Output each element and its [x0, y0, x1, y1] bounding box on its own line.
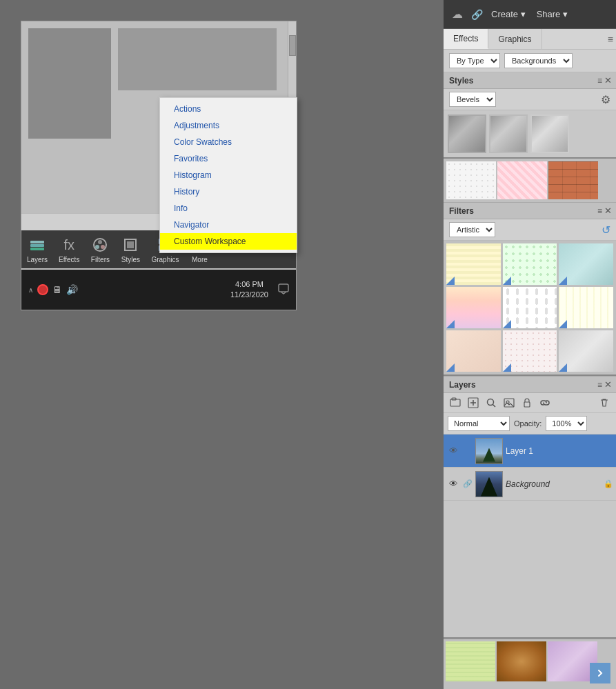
tray-expand-icon[interactable]: ∧ [28, 286, 33, 294]
styles-thumbnails [444, 110, 616, 157]
tray-speaker-icon[interactable]: 🔊 [66, 284, 78, 295]
bg-thumb-3[interactable] [548, 161, 598, 199]
effects-toolbar-btn[interactable]: fx Effects [59, 235, 79, 263]
tray-record-icon [37, 284, 48, 295]
filter-thumb-3[interactable] [559, 243, 613, 285]
layer1-thumbnail [475, 438, 503, 464]
svg-rect-13 [279, 284, 288, 292]
menu-item-favorites[interactable]: Favorites [160, 150, 297, 167]
styles-select[interactable]: Bevels [449, 92, 496, 107]
layers-toolbar-btn[interactable]: Layers [27, 235, 48, 263]
artistic-select[interactable]: Artistic [449, 222, 495, 237]
layers-icon [28, 235, 47, 254]
corner-mark-5 [503, 320, 511, 328]
bottom-thumb-2[interactable] [497, 641, 546, 681]
bottom-thumb-1[interactable] [446, 641, 495, 681]
style-thumb-3[interactable] [530, 114, 569, 153]
layers-search-btn[interactable] [484, 395, 499, 410]
scrollbar-thumb[interactable] [289, 35, 296, 56]
filter-thumb-7[interactable] [446, 330, 501, 372]
filter-thumb-8[interactable] [503, 330, 557, 372]
styles-menu-button[interactable]: ≡ [597, 76, 602, 86]
tab-graphics[interactable]: Graphics [488, 29, 542, 49]
layers-section: Layers ≡ ✕ [444, 377, 616, 639]
filters-icon [90, 235, 110, 254]
layers-link-btn[interactable] [537, 395, 553, 410]
filter-thumb-6[interactable] [559, 287, 613, 328]
layer-bg-name: Background [506, 479, 601, 489]
menu-item-history[interactable]: History [160, 183, 297, 200]
filter-thumb-5[interactable] [503, 287, 557, 328]
menu-item-adjustments[interactable]: Adjustments [160, 117, 297, 134]
layers-close-button[interactable]: ✕ [604, 380, 612, 389]
layers-trash-btn[interactable] [597, 395, 612, 410]
tray-monitor-icon[interactable]: 🖥 [52, 284, 62, 295]
link-icon[interactable]: 🔗 [471, 9, 483, 20]
layers-create-group-btn[interactable] [448, 395, 463, 410]
svg-point-4 [98, 240, 102, 244]
right-header: ☁ 🔗 Create ▾ Share ▾ [444, 0, 616, 29]
layer-bg-visibility-icon[interactable]: 👁 [446, 477, 460, 491]
layers-menu-button[interactable]: ≡ [597, 380, 602, 390]
layers-title: Layers [449, 380, 476, 390]
styles-gear-icon[interactable]: ⚙ [601, 93, 610, 106]
create-button[interactable]: Create ▾ [491, 9, 526, 19]
layer-bg-link-icon: 🔗 [463, 479, 473, 488]
context-menu: Actions Adjustments Color Swatches Favor… [159, 97, 297, 253]
styles-section: Styles ≡ ✕ Bevels ⚙ [444, 72, 616, 159]
bg-thumb-2[interactable] [497, 161, 547, 199]
filter-thumb-9[interactable] [559, 330, 613, 372]
layer-row-1[interactable]: 👁 Layer 1 [444, 435, 616, 468]
style-thumb-1[interactable] [448, 114, 486, 153]
filters-thumbnails [444, 241, 616, 375]
layers-photo-btn[interactable] [501, 395, 517, 410]
blend-mode-select[interactable]: Normal [448, 416, 510, 431]
menu-item-color-swatches[interactable]: Color Swatches [160, 134, 297, 150]
corner-mark-4 [446, 320, 455, 328]
opacity-select[interactable]: 100% [546, 416, 587, 431]
styles-toolbar-btn[interactable]: Styles [121, 235, 140, 263]
filters-close-button[interactable]: ✕ [604, 206, 612, 215]
layer1-visibility-icon[interactable]: 👁 [446, 444, 460, 458]
layers-lock-btn[interactable] [519, 395, 535, 410]
svg-point-5 [95, 245, 99, 249]
svg-rect-23 [524, 402, 530, 407]
corner-mark-1 [446, 277, 455, 285]
filter-thumb-4[interactable] [446, 287, 501, 328]
layers-add-btn[interactable] [466, 395, 481, 410]
filters-toolbar-btn[interactable]: Filters [90, 235, 110, 263]
tab-menu-button[interactable]: ≡ [608, 34, 613, 45]
bg-thumbs-row [444, 159, 616, 202]
styles-title: Styles [449, 76, 473, 86]
corner-mark-9 [559, 363, 567, 372]
cloud-icon[interactable]: ☁ [452, 8, 463, 21]
tree-shape [483, 448, 495, 462]
layers-blend-row: Normal Opacity: 100% [444, 413, 616, 435]
filters-menu-button[interactable]: ≡ [597, 206, 602, 216]
opacity-label: Opacity: [514, 419, 542, 428]
tray-icons: ∧ 🖥 🔊 [28, 284, 78, 295]
backgrounds-select[interactable]: Backgrounds [504, 53, 573, 68]
bottom-arrow-button[interactable] [590, 663, 610, 683]
filter-row: By Type Backgrounds [444, 50, 616, 72]
share-button[interactable]: Share ▾ [537, 9, 568, 19]
style-thumb-2[interactable] [489, 114, 528, 153]
menu-item-histogram[interactable]: Histogram [160, 167, 297, 183]
bg-thumb-1[interactable] [446, 161, 496, 199]
menu-item-navigator[interactable]: Navigator [160, 217, 297, 233]
filter-thumb-1[interactable] [446, 243, 501, 285]
tray-notification-icon[interactable] [278, 283, 289, 297]
bottom-bar [444, 683, 616, 689]
filters-reset-icon[interactable]: ↺ [602, 223, 610, 237]
menu-item-info[interactable]: Info [160, 200, 297, 217]
filters-section: Filters ≡ ✕ Artistic ↺ [444, 203, 616, 376]
menu-item-custom-workspace[interactable]: Custom Workspace [160, 233, 297, 250]
styles-close-button[interactable]: ✕ [604, 76, 612, 85]
by-type-select[interactable]: By Type [449, 53, 500, 68]
layer-row-bg[interactable]: 👁 🔗 Background 🔒 [444, 468, 616, 501]
menu-item-actions[interactable]: Actions [160, 101, 297, 117]
filter-thumb-2[interactable] [503, 243, 557, 285]
filters-title: Filters [449, 206, 474, 216]
layers-header: Layers ≡ ✕ [444, 377, 616, 393]
tab-effects[interactable]: Effects [444, 29, 488, 49]
